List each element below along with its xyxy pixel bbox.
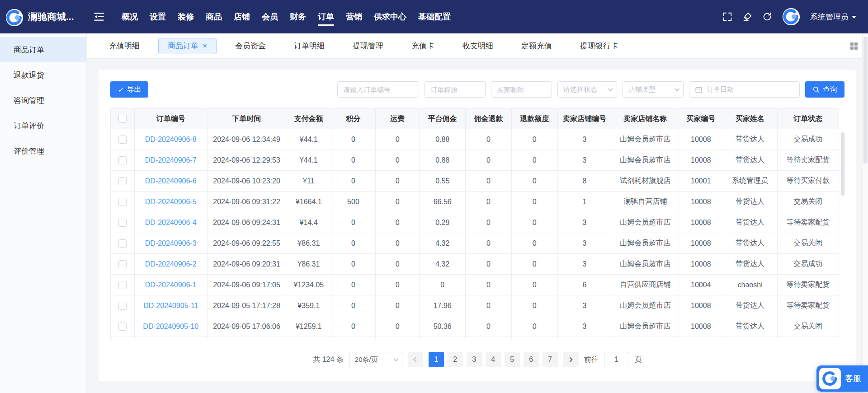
top-nav-item[interactable]: 会员 [256, 0, 284, 33]
top-nav-item[interactable]: 财务 [284, 0, 312, 33]
tab[interactable]: 会员资金 × [226, 38, 275, 54]
page-number-button[interactable]: 1 [429, 352, 444, 367]
order-no-input[interactable] [337, 81, 419, 98]
cell-freight: 0 [375, 129, 420, 150]
row-checkbox[interactable] [118, 239, 127, 248]
row-checkbox[interactable] [118, 219, 127, 227]
tab-options-icon[interactable] [850, 42, 858, 50]
tab[interactable]: 充值明细 × [99, 38, 149, 54]
top-nav-item[interactable]: 装修 [172, 0, 200, 33]
page-number-button[interactable]: 2 [448, 352, 463, 367]
page-number-button[interactable]: 6 [524, 352, 539, 367]
cell-pay-amount: ¥86.31 [286, 254, 331, 275]
column-header: 买家编号 [679, 109, 723, 129]
refresh-icon[interactable] [762, 12, 772, 22]
cell-seller-shop-no: 3 [557, 233, 612, 254]
clear-cache-icon[interactable] [742, 12, 752, 22]
row-checkbox[interactable] [118, 156, 127, 164]
collapse-sidebar-icon[interactable] [93, 11, 105, 23]
tab[interactable]: 收支明细 × [453, 38, 503, 54]
tab[interactable]: 提现管理 × [343, 38, 393, 54]
top-nav-item[interactable]: 营销 [340, 0, 368, 33]
table-scrollbar[interactable] [841, 129, 844, 340]
buyer-nickname-input[interactable] [491, 81, 552, 98]
tab[interactable]: 充值卡 × [402, 38, 444, 54]
service-label: 客服 [845, 373, 868, 384]
export-button[interactable]: ✓ 导出 [110, 81, 148, 98]
search-icon [812, 86, 820, 93]
row-checkbox[interactable] [118, 198, 127, 206]
top-nav-item[interactable]: 基础配置 [412, 0, 457, 33]
status-select[interactable]: 请选择状态 [557, 81, 617, 98]
cell-pay-amount: ¥14.4 [286, 212, 331, 233]
order-no-link[interactable]: DD-20240905-10 [134, 316, 207, 337]
top-nav-item[interactable]: 供求中心 [368, 0, 412, 33]
customer-service-widget[interactable]: 客服 [816, 365, 868, 392]
page-number-button[interactable]: 5 [505, 352, 520, 367]
tab[interactable]: 提现银行卡 × [571, 38, 628, 54]
top-nav-item[interactable]: 概况 [116, 0, 144, 33]
cell-seller-shop-name: 山姆会员超市店 [612, 212, 679, 233]
order-no-link[interactable]: DD-20240906-8 [134, 129, 207, 150]
order-no-link[interactable]: DD-20240906-2 [134, 254, 207, 275]
order-title-input[interactable] [425, 81, 486, 98]
order-no-link[interactable]: DD-20240906-6 [134, 171, 207, 192]
order-no-link[interactable]: DD-20240905-11 [134, 295, 207, 316]
order-no-link[interactable]: DD-20240906-5 [134, 192, 207, 212]
order-no-link[interactable]: DD-20240906-4 [134, 212, 207, 233]
cell-seller-shop-name: 山姆会员超市店 [612, 254, 679, 275]
order-no-link[interactable]: DD-20240906-1 [134, 275, 207, 295]
page-number-button[interactable]: 7 [542, 352, 558, 367]
cell-order-status: 等待卖家配货 [777, 212, 839, 233]
tab-close-icon[interactable]: × [203, 42, 207, 50]
top-nav-item[interactable]: 商品 [200, 0, 228, 33]
orders-card: ✓ 导出 请选择状态 店铺类型 [99, 70, 856, 381]
row-checkbox[interactable] [118, 177, 127, 185]
column-header-label: 卖家店铺名称 [623, 115, 667, 122]
sidebar-item[interactable]: 订单评价 [0, 113, 86, 138]
cell-seller-shop-no: 3 [557, 212, 612, 233]
select-all-checkbox[interactable] [118, 115, 127, 123]
sidebar-item[interactable]: 退款退货 [0, 62, 86, 88]
page-scrollbar-thumb[interactable] [863, 37, 868, 164]
cell-commission-refund: 0 [466, 295, 512, 316]
main-area: 充值明细 × 商品订单 × 会员资金 × 订单明细 × 提现管理 × [87, 33, 868, 393]
tab[interactable]: 商品订单 × [158, 38, 217, 54]
tab[interactable]: 订单明细 × [284, 38, 334, 54]
cell-order-status: 等待卖家配货 [777, 275, 839, 295]
row-checkbox[interactable] [118, 281, 127, 289]
cell-seller-shop-name: 澜驰自营店铺 [612, 192, 679, 212]
top-nav-item[interactable]: 店铺 [228, 0, 256, 33]
page-scrollbar[interactable] [862, 33, 868, 393]
user-avatar[interactable] [782, 8, 800, 26]
tab-label: 定额充值 [521, 41, 552, 51]
table-scrollbar-thumb[interactable] [841, 132, 844, 196]
sidebar-item[interactable]: 咨询管理 [0, 88, 86, 113]
row-checkbox[interactable] [118, 136, 127, 144]
row-checkbox[interactable] [118, 323, 127, 331]
prev-page-button[interactable] [408, 352, 423, 367]
user-menu[interactable]: 系统管理员 [810, 12, 856, 22]
tab[interactable]: 定额充值 × [512, 38, 561, 54]
top-nav-item[interactable]: 设置 [144, 0, 172, 33]
column-header: 卖家店铺编号 [557, 109, 612, 129]
page-size-select[interactable]: 20条/页 [349, 352, 402, 367]
order-date-input[interactable]: 订单日期 [689, 81, 800, 98]
page-number-button[interactable]: 4 [486, 352, 501, 367]
sidebar-item[interactable]: 商品订单 [0, 37, 86, 62]
sidebar-item[interactable]: 评价管理 [0, 138, 86, 164]
top-nav-item[interactable]: 订单 [312, 0, 340, 33]
sidebar-item-label: 商品订单 [14, 45, 44, 55]
order-no-link[interactable]: DD-20240906-3 [134, 233, 207, 254]
table-row: DD-20240906-6 2024-09-06 10:23:20 ¥11 0 … [111, 171, 839, 192]
goto-page-input[interactable] [604, 352, 629, 367]
fullscreen-icon[interactable] [722, 12, 732, 22]
cell-points: 0 [331, 295, 376, 316]
next-page-button[interactable] [563, 352, 579, 367]
page-number-button[interactable]: 3 [467, 352, 482, 367]
search-button[interactable]: 查询 [805, 81, 844, 98]
shop-type-select[interactable]: 店铺类型 [623, 81, 684, 98]
row-checkbox[interactable] [118, 260, 127, 268]
row-checkbox[interactable] [118, 302, 127, 310]
order-no-link[interactable]: DD-20240906-7 [134, 150, 207, 171]
